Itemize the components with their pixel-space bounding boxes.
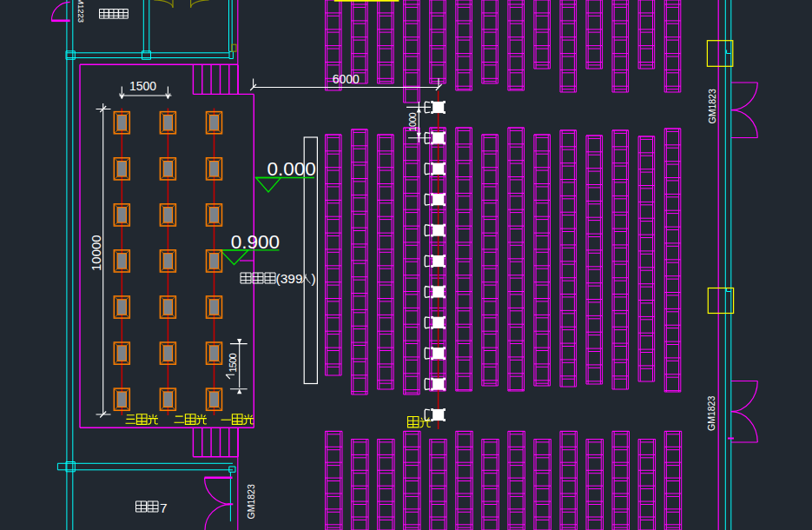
- svg-text:6000: 6000: [333, 72, 360, 86]
- svg-text:1000: 1000: [407, 112, 418, 131]
- svg-text:M1223: M1223: [76, 0, 86, 23]
- svg-text:0.000: 0.000: [267, 158, 316, 180]
- svg-text:7: 7: [160, 500, 168, 515]
- svg-text:GM1823: GM1823: [707, 89, 717, 123]
- svg-text:GM1823: GM1823: [246, 484, 256, 519]
- svg-text:1500: 1500: [228, 354, 238, 373]
- svg-text:0.900: 0.900: [231, 231, 280, 253]
- svg-text:): ): [312, 271, 316, 286]
- svg-text:GM1823: GM1823: [706, 396, 716, 431]
- svg-text:(399: (399: [276, 271, 303, 286]
- svg-text:10000: 10000: [89, 235, 103, 271]
- svg-text:1500: 1500: [129, 79, 156, 93]
